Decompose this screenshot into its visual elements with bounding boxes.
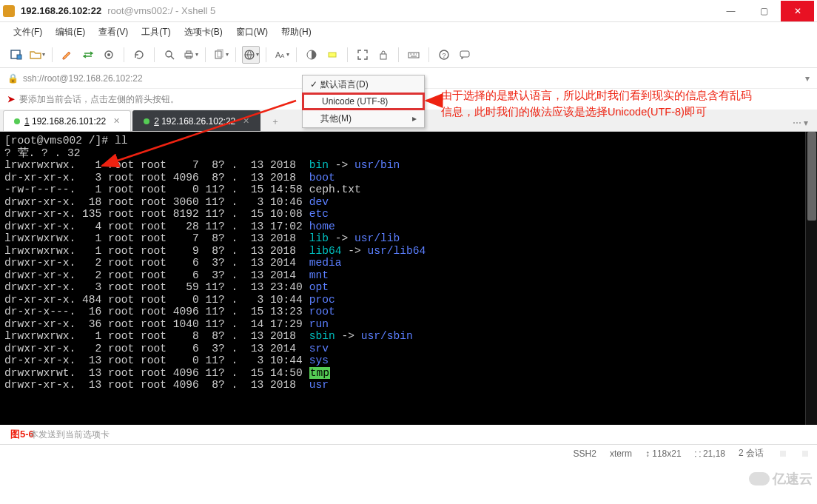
- svg-rect-16: [408, 53, 419, 58]
- svg-text:?: ?: [443, 52, 446, 59]
- menu-3[interactable]: 工具(T): [138, 24, 173, 40]
- status-pad2-icon[interactable]: [802, 451, 808, 457]
- menu-2[interactable]: 查看(V): [95, 24, 131, 40]
- hint-text: 要添加当前会话，点击左侧的箭头按钮。: [19, 93, 179, 106]
- print-icon[interactable]: ▾: [181, 46, 199, 64]
- title-main: 192.168.26.102:22: [21, 5, 101, 16]
- lock-icon[interactable]: [374, 46, 392, 64]
- highlight-icon[interactable]: [323, 46, 341, 64]
- encoding-option-2[interactable]: 其他(M): [303, 110, 424, 127]
- svg-rect-1: [17, 55, 21, 59]
- status-pad-icon[interactable]: [780, 451, 786, 457]
- terminal-scrollbar[interactable]: [805, 132, 817, 425]
- encoding-option-1[interactable]: Unicode (UTF-8): [302, 93, 425, 110]
- search-icon[interactable]: [161, 46, 178, 64]
- arrow-icon[interactable]: ➤: [7, 94, 15, 104]
- watermark: 亿速云: [749, 470, 813, 488]
- tab-close-icon[interactable]: ✕: [113, 116, 120, 126]
- menu-1[interactable]: 编辑(E): [53, 24, 88, 40]
- status-dot-icon: [144, 118, 149, 124]
- edit-icon[interactable]: [58, 46, 76, 64]
- new-session-icon[interactable]: [7, 46, 25, 64]
- svg-rect-15: [380, 54, 386, 59]
- open-icon[interactable]: ▾: [28, 46, 46, 64]
- annotation-text: 由于选择的是默认语言，所以此时我们看到现实的信息含有乱码 信息，此时我们的做法应…: [441, 87, 817, 120]
- svg-rect-19: [460, 51, 469, 57]
- title-sub: root@vms002:/ - Xshell 5: [107, 5, 215, 16]
- status-ssh: SSH2: [574, 448, 596, 459]
- copy-icon[interactable]: ▾: [212, 46, 229, 64]
- addressbar-dropdown-icon[interactable]: ▾: [805, 73, 810, 84]
- tab-label: 1 192.168.26.101:22: [24, 116, 106, 127]
- status-term: xterm: [610, 448, 632, 459]
- close-button[interactable]: ✕: [781, 1, 814, 21]
- titlebar: 192.168.26.102:22 root@vms002:/ - Xshell…: [0, 0, 817, 22]
- svg-text:A: A: [280, 53, 285, 59]
- menu-0[interactable]: 文件(F): [10, 24, 45, 40]
- keyboard-icon[interactable]: [405, 46, 423, 64]
- toolbar: ▾ ▾ ▾ ▾ AA▾ ?: [0, 41, 817, 68]
- bottom-hint: 图5-6 本发送到当前选项卡: [0, 425, 817, 444]
- status-dot-icon: [14, 118, 20, 124]
- app-icon: [3, 5, 15, 17]
- encoding-option-0[interactable]: ✓默认语言(D): [303, 75, 424, 93]
- session-tab-1[interactable]: 2 192.168.26.102:22✕: [132, 110, 260, 131]
- chat-icon[interactable]: [456, 46, 474, 64]
- encoding-icon[interactable]: ▾: [242, 46, 260, 64]
- fullscreen-icon[interactable]: [354, 46, 371, 64]
- tab-label: 2 192.168.26.102:22: [154, 116, 235, 127]
- settings-icon[interactable]: [100, 46, 118, 64]
- lock-small-icon: 🔒: [7, 73, 19, 84]
- svg-rect-14: [329, 53, 336, 57]
- bottom-hint-text: 本发送到当前选项卡: [30, 429, 110, 441]
- reconnect-icon[interactable]: [130, 46, 148, 64]
- svg-rect-6: [186, 51, 191, 53]
- svg-point-3: [107, 53, 110, 56]
- help-icon[interactable]: ?: [435, 46, 453, 64]
- status-pos: ⸬ 21,18: [695, 448, 725, 459]
- status-size: ↕ 118x21: [645, 448, 682, 459]
- terminal-output: [root@vms002 /]# ll ? 荤. ? . 32 lrwxrwxr…: [4, 135, 813, 392]
- svg-point-4: [166, 51, 172, 57]
- menu-4[interactable]: 选项卡(B): [181, 24, 226, 40]
- color-icon[interactable]: [303, 46, 320, 64]
- encoding-dropdown: ✓默认语言(D)Unicode (UTF-8)其他(M): [302, 75, 425, 128]
- menu-5[interactable]: 窗口(W): [233, 24, 271, 40]
- statusbar: SSH2xterm↕ 118x21⸬ 21,182 会话: [0, 444, 817, 462]
- maximize-button[interactable]: ▢: [747, 1, 781, 21]
- font-icon[interactable]: AA▾: [272, 46, 290, 64]
- terminal[interactable]: [root@vms002 /]# ll ? 荤. ? . 32 lrwxrwxr…: [0, 132, 817, 425]
- menubar: 文件(F)编辑(E)查看(V)工具(T)选项卡(B)窗口(W)帮助(H): [0, 22, 817, 41]
- minimize-button[interactable]: —: [714, 1, 747, 21]
- transfer-icon[interactable]: [79, 46, 97, 64]
- tab-close-icon[interactable]: ✕: [243, 116, 249, 126]
- session-tab-0[interactable]: 1 192.168.26.101:22✕: [3, 110, 131, 131]
- menu-6[interactable]: 帮助(H): [278, 24, 315, 40]
- status-sess: 2 会话: [739, 447, 764, 460]
- add-tab-button[interactable]: ＋: [265, 112, 286, 131]
